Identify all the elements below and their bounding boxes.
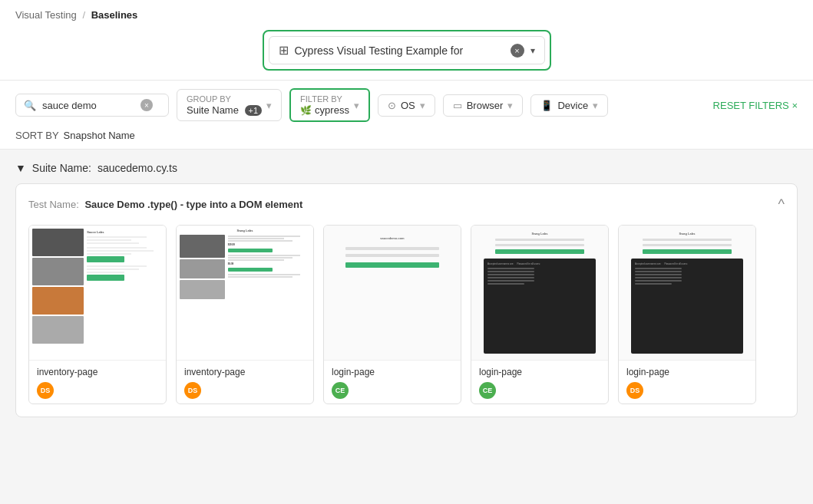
- snapshot-thumbnail-1: Sauce Labs: [29, 226, 166, 360]
- filter-by-button[interactable]: FILTER BY 🌿 cypress ▾: [289, 88, 370, 122]
- search-icon: 🔍: [24, 100, 36, 111]
- filter-by-label: FILTER BY: [300, 94, 342, 104]
- sort-by-value: Snapshot Name: [64, 130, 135, 141]
- breadcrumb-row: Visual Testing / Baselines: [15, 9, 798, 21]
- top-bar: Visual Testing / Baselines ⊞ Cypress Vis…: [0, 0, 813, 81]
- snapshot-badge-3: CE: [332, 382, 349, 399]
- project-clear-button[interactable]: ×: [511, 44, 524, 58]
- snapshot-info-1: inventory-page DS: [29, 360, 166, 404]
- snapshot-name-3: login-page: [332, 367, 453, 377]
- suite-collapse-icon[interactable]: ▼: [15, 162, 26, 174]
- breadcrumb: Visual Testing / Baselines: [15, 9, 137, 21]
- group-by-label: GROUP BY: [187, 94, 231, 104]
- snapshot-thumbnail-3: saucedemo.com: [324, 226, 461, 360]
- suite-name: saucedemo.cy.ts: [97, 162, 177, 174]
- os-icon: ⊙: [388, 100, 396, 111]
- breadcrumb-separator: /: [82, 9, 85, 21]
- snapshot-card[interactable]: Sauce Labs: [28, 225, 167, 404]
- snapshot-thumbnail-5: Swag Labs Accepted usernames are: Passwo…: [619, 226, 755, 360]
- snapshot-card[interactable]: Swag Labs $29.99: [176, 225, 314, 404]
- project-selector[interactable]: ⊞ Cypress Visual Testing Example for × ▾: [269, 36, 545, 64]
- browser-chevron-icon: ▾: [507, 100, 513, 111]
- device-icon: 📱: [540, 100, 553, 111]
- snapshot-info-3: login-page CE: [324, 360, 461, 404]
- snapshot-name-1: inventory-page: [37, 367, 158, 377]
- device-filter-button[interactable]: 📱 Device ▾: [530, 94, 608, 117]
- test-name: Sauce Demo .type() - type into a DOM ele…: [84, 199, 302, 210]
- test-title: Test Name: Sauce Demo .type() - type int…: [28, 199, 302, 210]
- os-label: OS: [401, 100, 415, 111]
- snapshot-card[interactable]: Swag Labs Accepted usernames are: Passwo…: [618, 225, 756, 404]
- group-by-button[interactable]: GROUP BY Suite Name +1 ▾: [177, 89, 282, 121]
- snapshot-card[interactable]: Swag Labs Accepted usernames are: Passwo…: [471, 225, 609, 404]
- os-filter-button[interactable]: ⊙ OS ▾: [378, 94, 435, 117]
- test-collapse-button[interactable]: ^: [778, 196, 785, 212]
- suite-label: Suite Name:: [32, 162, 91, 174]
- snapshot-name-5: login-page: [626, 367, 748, 377]
- snapshot-card[interactable]: saucedemo.com login-page CE: [323, 225, 461, 404]
- test-group: Test Name: Sauce Demo .type() - type int…: [15, 183, 798, 417]
- search-box[interactable]: 🔍 ×: [15, 94, 169, 117]
- search-clear-button[interactable]: ×: [140, 99, 153, 111]
- snapshot-badge-1: DS: [37, 382, 54, 399]
- device-chevron-icon: ▾: [593, 100, 598, 111]
- project-chevron-icon: ▾: [530, 45, 535, 56]
- snapshot-name-2: inventory-page: [184, 367, 306, 377]
- group-by-badge: +1: [245, 105, 263, 116]
- project-name: Cypress Visual Testing Example for: [295, 44, 504, 57]
- sort-by: SORT BY Snapshot Name: [15, 130, 135, 141]
- os-chevron-icon: ▾: [420, 100, 425, 111]
- browser-icon: ▭: [453, 100, 462, 111]
- snapshot-badge-2: DS: [184, 382, 201, 399]
- browser-label: Browser: [467, 100, 504, 111]
- snapshot-name-4: login-page: [479, 367, 600, 377]
- project-selector-wrapper: ⊞ Cypress Visual Testing Example for × ▾: [263, 30, 551, 71]
- cypress-icon: 🌿: [300, 105, 312, 116]
- group-by-value: Suite Name +1: [187, 104, 262, 116]
- filter-by-value: cypress: [315, 104, 349, 116]
- reset-filters-button[interactable]: RESET FILTERS ×: [713, 100, 798, 111]
- snapshot-thumbnail-2: Swag Labs $29.99: [177, 226, 313, 360]
- filter-by-chevron-icon: ▾: [354, 100, 359, 111]
- device-label: Device: [557, 100, 588, 111]
- snapshot-badge-5: DS: [626, 382, 643, 399]
- sort-by-label: SORT BY: [15, 130, 59, 141]
- search-input[interactable]: [42, 100, 134, 111]
- main-content: ▼ Suite Name: saucedemo.cy.ts Test Name:…: [0, 150, 813, 430]
- breadcrumb-parent[interactable]: Visual Testing: [15, 9, 77, 21]
- breadcrumb-current: Baselines: [91, 9, 138, 21]
- snapshot-badge-4: CE: [479, 382, 496, 399]
- group-by-chevron-icon: ▾: [266, 100, 272, 111]
- snapshot-info-4: login-page CE: [471, 360, 608, 404]
- filters-row: 🔍 × GROUP BY Suite Name +1 ▾ FILTER BY 🌿…: [0, 81, 813, 150]
- snapshot-info-2: inventory-page DS: [177, 360, 313, 404]
- suite-header: ▼ Suite Name: saucedemo.cy.ts: [15, 162, 798, 174]
- grid-icon: ⊞: [279, 43, 289, 58]
- snapshots-grid: Sauce Labs: [28, 225, 785, 404]
- test-label: Test Name:: [28, 199, 79, 210]
- snapshot-thumbnail-4: Swag Labs Accepted usernames are: Passwo…: [471, 226, 608, 360]
- browser-filter-button[interactable]: ▭ Browser ▾: [443, 94, 524, 117]
- test-header: Test Name: Sauce Demo .type() - type int…: [28, 196, 785, 212]
- snapshot-info-5: login-page DS: [619, 360, 755, 404]
